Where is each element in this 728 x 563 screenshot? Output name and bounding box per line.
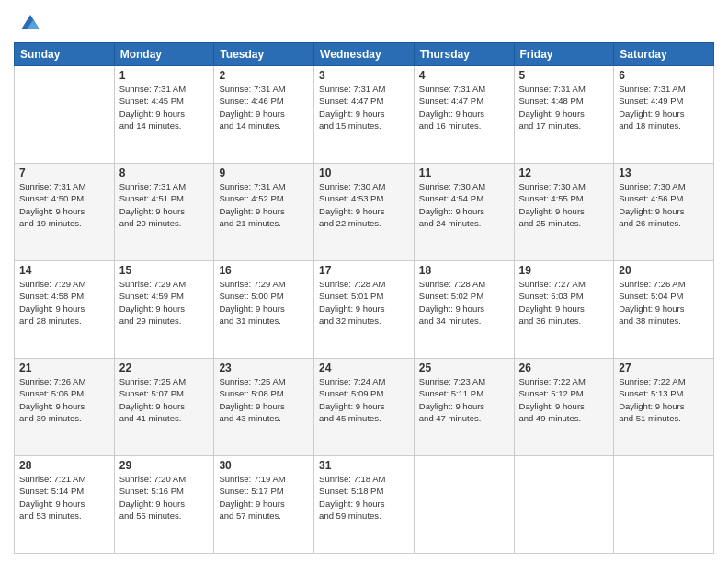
calendar-table: SundayMondayTuesdayWednesdayThursdayFrid… [14, 42, 714, 554]
day-number: 4 [419, 69, 509, 82]
weekday-wednesday: Wednesday [314, 43, 415, 66]
day-number: 20 [619, 264, 709, 277]
week-row-3: 21Sunrise: 7:26 AM Sunset: 5:06 PM Dayli… [15, 359, 714, 456]
logo [14, 9, 43, 35]
day-number: 23 [219, 362, 309, 374]
day-info: Sunrise: 7:24 AM Sunset: 5:09 PM Dayligh… [319, 375, 409, 424]
calendar-cell: 12Sunrise: 7:30 AM Sunset: 4:55 PM Dayli… [514, 164, 614, 261]
day-number: 22 [119, 362, 210, 374]
day-info: Sunrise: 7:18 AM Sunset: 5:18 PM Dayligh… [319, 473, 409, 522]
calendar-cell: 16Sunrise: 7:29 AM Sunset: 5:00 PM Dayli… [214, 261, 314, 359]
calendar-cell: 20Sunrise: 7:26 AM Sunset: 5:04 PM Dayli… [614, 261, 714, 359]
day-info: Sunrise: 7:25 AM Sunset: 5:07 PM Dayligh… [119, 375, 210, 424]
day-info: Sunrise: 7:19 AM Sunset: 5:17 PM Dayligh… [219, 473, 309, 522]
weekday-friday: Friday [514, 43, 614, 66]
calendar-cell: 24Sunrise: 7:24 AM Sunset: 5:09 PM Dayli… [314, 359, 415, 456]
calendar-cell: 6Sunrise: 7:31 AM Sunset: 4:49 PM Daylig… [614, 66, 714, 164]
day-number: 14 [19, 264, 109, 277]
weekday-header-row: SundayMondayTuesdayWednesdayThursdayFrid… [15, 43, 714, 66]
day-info: Sunrise: 7:30 AM Sunset: 4:53 PM Dayligh… [319, 180, 409, 229]
day-number: 13 [619, 167, 709, 179]
day-number: 30 [219, 459, 309, 472]
day-info: Sunrise: 7:21 AM Sunset: 5:14 PM Dayligh… [19, 473, 109, 522]
calendar-cell: 18Sunrise: 7:28 AM Sunset: 5:02 PM Dayli… [414, 261, 514, 359]
weekday-sunday: Sunday [15, 43, 115, 66]
page: SundayMondayTuesdayWednesdayThursdayFrid… [0, 0, 728, 563]
weekday-saturday: Saturday [614, 43, 714, 66]
calendar-cell: 29Sunrise: 7:20 AM Sunset: 5:16 PM Dayli… [114, 456, 214, 554]
week-row-2: 14Sunrise: 7:29 AM Sunset: 4:58 PM Dayli… [15, 261, 714, 359]
calendar-cell: 14Sunrise: 7:29 AM Sunset: 4:58 PM Dayli… [15, 261, 115, 359]
day-info: Sunrise: 7:30 AM Sunset: 4:54 PM Dayligh… [419, 180, 509, 229]
day-number: 17 [319, 264, 409, 277]
calendar-cell [614, 456, 714, 554]
weekday-tuesday: Tuesday [214, 43, 314, 66]
calendar-cell: 10Sunrise: 7:30 AM Sunset: 4:53 PM Dayli… [314, 164, 415, 261]
day-number: 27 [619, 362, 709, 374]
day-number: 2 [219, 69, 309, 82]
day-info: Sunrise: 7:29 AM Sunset: 4:58 PM Dayligh… [19, 278, 109, 327]
day-info: Sunrise: 7:26 AM Sunset: 5:04 PM Dayligh… [619, 278, 709, 327]
day-info: Sunrise: 7:31 AM Sunset: 4:47 PM Dayligh… [319, 83, 409, 132]
day-number: 26 [519, 362, 609, 374]
day-number: 16 [219, 264, 309, 277]
calendar-cell: 19Sunrise: 7:27 AM Sunset: 5:03 PM Dayli… [514, 261, 614, 359]
day-info: Sunrise: 7:30 AM Sunset: 4:56 PM Dayligh… [619, 180, 709, 229]
day-number: 21 [19, 362, 109, 374]
day-number: 19 [519, 264, 609, 277]
calendar-cell: 17Sunrise: 7:28 AM Sunset: 5:01 PM Dayli… [314, 261, 415, 359]
day-info: Sunrise: 7:31 AM Sunset: 4:45 PM Dayligh… [119, 83, 210, 132]
calendar-cell: 28Sunrise: 7:21 AM Sunset: 5:14 PM Dayli… [15, 456, 115, 554]
day-info: Sunrise: 7:30 AM Sunset: 4:55 PM Dayligh… [519, 180, 609, 229]
day-info: Sunrise: 7:28 AM Sunset: 5:01 PM Dayligh… [319, 278, 409, 327]
day-number: 24 [319, 362, 409, 374]
day-number: 9 [219, 167, 309, 179]
day-info: Sunrise: 7:31 AM Sunset: 4:49 PM Dayligh… [619, 83, 709, 132]
day-number: 25 [419, 362, 509, 374]
day-info: Sunrise: 7:31 AM Sunset: 4:48 PM Dayligh… [519, 83, 609, 132]
calendar-cell: 26Sunrise: 7:22 AM Sunset: 5:12 PM Dayli… [514, 359, 614, 456]
day-number: 7 [19, 167, 109, 179]
day-info: Sunrise: 7:26 AM Sunset: 5:06 PM Dayligh… [19, 375, 109, 424]
week-row-0: 1Sunrise: 7:31 AM Sunset: 4:45 PM Daylig… [15, 66, 714, 164]
day-info: Sunrise: 7:25 AM Sunset: 5:08 PM Dayligh… [219, 375, 309, 424]
header [14, 9, 714, 35]
day-info: Sunrise: 7:27 AM Sunset: 5:03 PM Dayligh… [519, 278, 609, 327]
day-number: 11 [419, 167, 509, 179]
calendar-cell: 23Sunrise: 7:25 AM Sunset: 5:08 PM Dayli… [214, 359, 314, 456]
calendar-cell: 27Sunrise: 7:22 AM Sunset: 5:13 PM Dayli… [614, 359, 714, 456]
calendar-cell [514, 456, 614, 554]
calendar-cell: 15Sunrise: 7:29 AM Sunset: 4:59 PM Dayli… [114, 261, 214, 359]
week-row-4: 28Sunrise: 7:21 AM Sunset: 5:14 PM Dayli… [15, 456, 714, 554]
day-info: Sunrise: 7:20 AM Sunset: 5:16 PM Dayligh… [119, 473, 210, 522]
day-number: 29 [119, 459, 210, 472]
calendar-cell: 11Sunrise: 7:30 AM Sunset: 4:54 PM Dayli… [414, 164, 514, 261]
week-row-1: 7Sunrise: 7:31 AM Sunset: 4:50 PM Daylig… [15, 164, 714, 261]
calendar-cell: 21Sunrise: 7:26 AM Sunset: 5:06 PM Dayli… [15, 359, 115, 456]
day-number: 5 [519, 69, 609, 82]
calendar-cell [15, 66, 115, 164]
day-info: Sunrise: 7:29 AM Sunset: 5:00 PM Dayligh… [219, 278, 309, 327]
day-info: Sunrise: 7:31 AM Sunset: 4:47 PM Dayligh… [419, 83, 509, 132]
day-number: 1 [119, 69, 210, 82]
day-number: 8 [119, 167, 210, 179]
calendar-cell: 1Sunrise: 7:31 AM Sunset: 4:45 PM Daylig… [114, 66, 214, 164]
calendar-cell: 25Sunrise: 7:23 AM Sunset: 5:11 PM Dayli… [414, 359, 514, 456]
calendar-cell: 30Sunrise: 7:19 AM Sunset: 5:17 PM Dayli… [214, 456, 314, 554]
day-info: Sunrise: 7:31 AM Sunset: 4:46 PM Dayligh… [219, 83, 309, 132]
calendar-cell [414, 456, 514, 554]
day-number: 31 [319, 459, 409, 472]
weekday-thursday: Thursday [414, 43, 514, 66]
day-info: Sunrise: 7:22 AM Sunset: 5:13 PM Dayligh… [619, 375, 709, 424]
calendar-cell: 2Sunrise: 7:31 AM Sunset: 4:46 PM Daylig… [214, 66, 314, 164]
day-number: 12 [519, 167, 609, 179]
calendar-cell: 31Sunrise: 7:18 AM Sunset: 5:18 PM Dayli… [314, 456, 415, 554]
calendar-cell: 22Sunrise: 7:25 AM Sunset: 5:07 PM Dayli… [114, 359, 214, 456]
logo-icon [17, 9, 43, 35]
day-number: 28 [19, 459, 109, 472]
day-info: Sunrise: 7:31 AM Sunset: 4:51 PM Dayligh… [119, 180, 210, 229]
day-info: Sunrise: 7:22 AM Sunset: 5:12 PM Dayligh… [519, 375, 609, 424]
day-number: 10 [319, 167, 409, 179]
calendar-cell: 4Sunrise: 7:31 AM Sunset: 4:47 PM Daylig… [414, 66, 514, 164]
calendar-cell: 8Sunrise: 7:31 AM Sunset: 4:51 PM Daylig… [114, 164, 214, 261]
